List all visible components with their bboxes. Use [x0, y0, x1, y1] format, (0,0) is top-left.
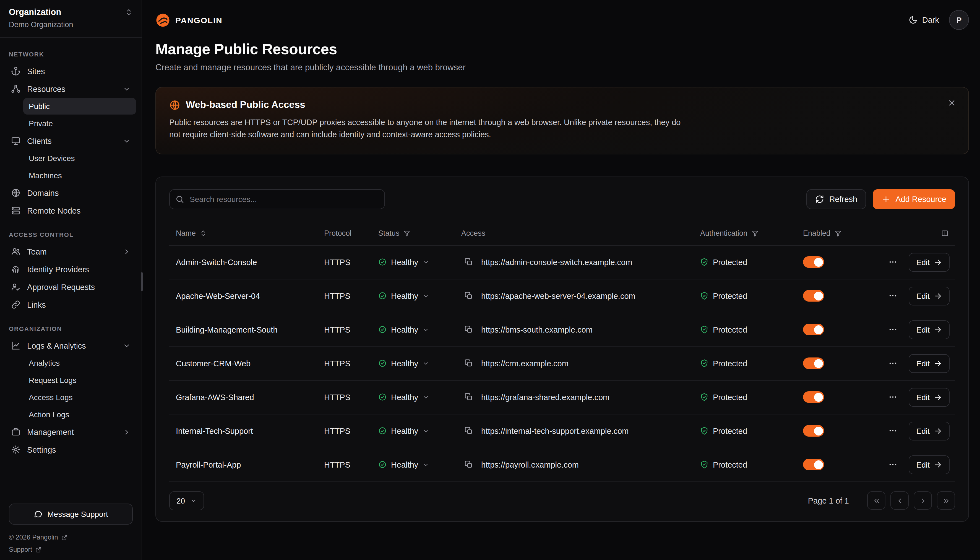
sidebar-item-action-logs[interactable]: Action Logs: [23, 406, 136, 423]
copyright-text: © 2026 Pangolin: [9, 533, 58, 541]
edit-button[interactable]: Edit: [909, 320, 950, 339]
chevron-right-icon: [123, 428, 131, 436]
sidebar-item-public[interactable]: Public: [23, 98, 136, 115]
sidebar-item-private[interactable]: Private: [23, 115, 136, 132]
sidebar-item-clients[interactable]: Clients: [5, 132, 136, 149]
resource-url[interactable]: https://admin-console-switch.example.com: [481, 258, 632, 267]
copyright-link[interactable]: © 2026 Pangolin: [9, 533, 133, 541]
sidebar-item-user-devices[interactable]: User Devices: [23, 150, 136, 167]
sidebar-resize-handle[interactable]: [141, 272, 143, 291]
copy-url-button[interactable]: [461, 357, 476, 371]
sidebar-item-access-logs[interactable]: Access Logs: [23, 389, 136, 406]
status-dropdown[interactable]: Healthy: [378, 359, 429, 368]
status-label: Healthy: [391, 393, 418, 402]
sidebar-item-machines[interactable]: Machines: [23, 167, 136, 184]
filter-enabled-button[interactable]: Enabled: [803, 229, 842, 237]
resource-url[interactable]: https://apache-web-server-04.example.com: [481, 292, 635, 300]
copy-icon: [464, 393, 473, 402]
enabled-toggle[interactable]: [803, 324, 824, 336]
edit-button[interactable]: Edit: [909, 287, 950, 305]
filter-status-button[interactable]: Status: [378, 229, 410, 237]
first-page-button[interactable]: [867, 492, 885, 510]
copy-icon: [464, 427, 473, 435]
resource-url[interactable]: https://grafana-shared.example.com: [481, 393, 610, 402]
sidebar-item-sites[interactable]: Sites: [5, 63, 136, 80]
status-dropdown[interactable]: Healthy: [378, 427, 429, 435]
copy-url-button[interactable]: [461, 390, 476, 405]
edit-button[interactable]: Edit: [909, 455, 950, 474]
edit-button[interactable]: Edit: [909, 388, 950, 407]
user-avatar[interactable]: P: [949, 10, 969, 30]
sidebar-item-approval-requests[interactable]: Approval Requests: [5, 278, 136, 295]
status-dropdown[interactable]: Healthy: [378, 292, 429, 300]
status-dropdown[interactable]: Healthy: [378, 460, 429, 469]
add-resource-button[interactable]: Add Resource: [873, 189, 955, 209]
sidebar-item-logs-analytics[interactable]: Logs & Analytics: [5, 337, 136, 354]
sidebar-item-remote-nodes[interactable]: Remote Nodes: [5, 202, 136, 219]
message-support-button[interactable]: Message Support: [9, 503, 133, 525]
sidebar-item-management[interactable]: Management: [5, 423, 136, 440]
theme-toggle-button[interactable]: Dark: [909, 15, 939, 24]
enabled-toggle[interactable]: [803, 257, 824, 268]
sidebar-item-domains[interactable]: Domains: [5, 184, 136, 202]
copy-url-button[interactable]: [461, 424, 476, 438]
ellipsis-icon: [889, 427, 898, 436]
sidebar-item-analytics[interactable]: Analytics: [23, 355, 136, 371]
sidebar-item-identity-providers[interactable]: Identity Providers: [5, 261, 136, 278]
row-menu-button[interactable]: [884, 287, 902, 305]
search-input[interactable]: [169, 189, 385, 209]
healthy-check-icon: [378, 427, 387, 435]
edit-button[interactable]: Edit: [909, 422, 950, 440]
refresh-button[interactable]: Refresh: [807, 189, 866, 209]
sidebar-item-settings[interactable]: Settings: [5, 441, 136, 458]
row-menu-button[interactable]: [884, 321, 902, 339]
org-switcher[interactable]: Organization Demo Organization: [0, 0, 141, 38]
status-dropdown[interactable]: Healthy: [378, 393, 429, 402]
row-menu-button[interactable]: [884, 253, 902, 271]
table-row: Apache-Web-Server-04 HTTPS Healthy https…: [169, 280, 955, 313]
healthy-check-icon: [378, 326, 387, 334]
ellipsis-icon: [889, 325, 898, 335]
enabled-toggle[interactable]: [803, 425, 824, 437]
enabled-toggle[interactable]: [803, 392, 824, 403]
resource-url[interactable]: https://payroll.example.com: [481, 460, 579, 469]
sidebar-item-team[interactable]: Team: [5, 243, 136, 260]
resource-name: Apache-Web-Server-04: [169, 292, 317, 300]
previous-page-button[interactable]: [890, 492, 909, 510]
edit-button[interactable]: Edit: [909, 253, 950, 272]
support-link[interactable]: Support: [9, 546, 133, 553]
banner-close-button[interactable]: [945, 96, 958, 110]
enabled-toggle[interactable]: [803, 459, 824, 471]
resource-url[interactable]: https://bms-south.example.com: [481, 325, 593, 334]
table-row: Admin-Switch-Console HTTPS Healthy https…: [169, 246, 955, 280]
sidebar-item-resources[interactable]: Resources: [5, 80, 136, 97]
resource-url[interactable]: https://internal-tech-support.example.co…: [481, 427, 629, 435]
copy-url-button[interactable]: [461, 255, 476, 270]
arrow-right-icon: [934, 393, 942, 401]
resource-url[interactable]: https://crm.example.com: [481, 359, 568, 368]
sidebar-item-request-logs[interactable]: Request Logs: [23, 372, 136, 388]
sidebar-item-links[interactable]: Links: [5, 296, 136, 313]
status-dropdown[interactable]: Healthy: [378, 325, 429, 334]
add-resource-label: Add Resource: [895, 195, 946, 203]
page-size-select[interactable]: 20: [169, 492, 204, 510]
copy-url-button[interactable]: [461, 458, 476, 472]
row-menu-button[interactable]: [884, 355, 902, 372]
next-page-button[interactable]: [914, 492, 932, 510]
edit-button[interactable]: Edit: [909, 354, 950, 373]
status-dropdown[interactable]: Healthy: [378, 258, 429, 267]
brand-name: PANGOLIN: [175, 15, 223, 25]
row-menu-button[interactable]: [884, 388, 902, 406]
resource-protocol: HTTPS: [317, 460, 372, 469]
column-settings-button[interactable]: [941, 230, 948, 237]
copy-url-button[interactable]: [461, 289, 476, 303]
filter-authentication-button[interactable]: Authentication: [700, 229, 759, 237]
sort-by-name-button[interactable]: Name: [176, 229, 207, 237]
row-menu-button[interactable]: [884, 456, 902, 474]
enabled-toggle[interactable]: [803, 290, 824, 302]
copy-url-button[interactable]: [461, 323, 476, 337]
row-menu-button[interactable]: [884, 422, 902, 440]
sidebar-item-label: Approval Requests: [27, 282, 95, 291]
last-page-button[interactable]: [937, 492, 955, 510]
enabled-toggle[interactable]: [803, 358, 824, 369]
